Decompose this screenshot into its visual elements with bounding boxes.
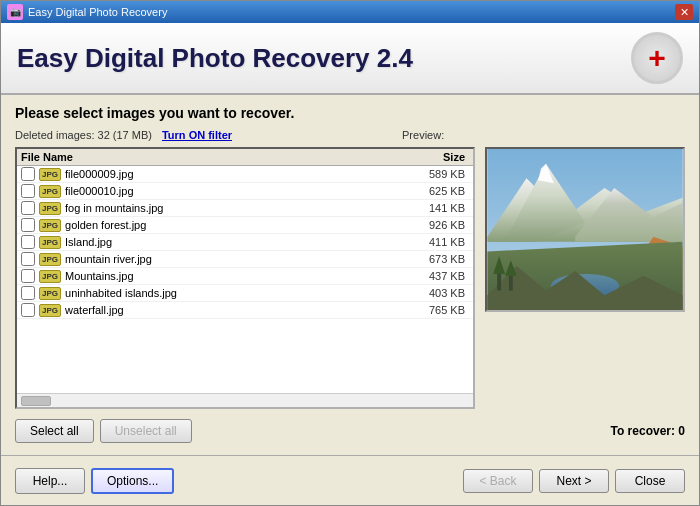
file-name: file000010.jpg xyxy=(65,185,404,197)
section-title: Please select images you want to recover… xyxy=(15,105,685,121)
file-checkbox[interactable] xyxy=(21,201,35,215)
file-type-badge: JPG xyxy=(39,168,61,181)
content-area: File Name Size JPG file000009.jpg 589 KB… xyxy=(15,147,685,409)
file-size: 403 KB xyxy=(404,287,469,299)
file-list-row[interactable]: JPG fog in mountains.jpg 141 KB xyxy=(17,200,473,217)
col-size-header: Size xyxy=(404,151,469,163)
file-name: waterfall.jpg xyxy=(65,304,404,316)
file-checkbox[interactable] xyxy=(21,286,35,300)
file-list-body[interactable]: JPG file000009.jpg 589 KB JPG file000010… xyxy=(17,166,473,393)
file-checkbox[interactable] xyxy=(21,252,35,266)
file-list-row[interactable]: JPG file000009.jpg 589 KB xyxy=(17,166,473,183)
file-list-row[interactable]: JPG golden forest.jpg 926 KB xyxy=(17,217,473,234)
file-list-row[interactable]: JPG mountain river.jpg 673 KB xyxy=(17,251,473,268)
next-button[interactable]: Next > xyxy=(539,469,609,493)
preview-image xyxy=(485,147,685,312)
file-checkbox[interactable] xyxy=(21,269,35,283)
unselect-all-button[interactable]: Unselect all xyxy=(100,419,192,443)
file-checkbox[interactable] xyxy=(21,303,35,317)
col-name-header: File Name xyxy=(21,151,404,163)
file-list-header: File Name Size xyxy=(17,149,473,166)
file-type-badge: JPG xyxy=(39,236,61,249)
file-type-badge: JPG xyxy=(39,287,61,300)
footer-left: Help... Options... xyxy=(15,468,174,494)
app-title: Easy Digital Photo Recovery 2.4 xyxy=(17,43,413,74)
recover-info: To recover: 0 xyxy=(611,424,685,438)
file-type-badge: JPG xyxy=(39,253,61,266)
help-button[interactable]: Help... xyxy=(15,468,85,494)
window-title: Easy Digital Photo Recovery xyxy=(28,6,167,18)
file-type-badge: JPG xyxy=(39,304,61,317)
footer: Help... Options... < Back Next > Close xyxy=(1,455,699,505)
buttons-row: Select all Unselect all To recover: 0 xyxy=(15,415,685,445)
close-button[interactable]: Close xyxy=(615,469,685,493)
file-name: uninhabited islands.jpg xyxy=(65,287,404,299)
info-row: Deleted images: 32 (17 MB) Turn ON filte… xyxy=(15,129,685,141)
close-window-button[interactable]: ✕ xyxy=(675,4,693,20)
file-list-container: File Name Size JPG file000009.jpg 589 KB… xyxy=(15,147,475,409)
app-icon: 📷 xyxy=(7,4,23,20)
preview-container xyxy=(485,147,685,409)
app-header: Easy Digital Photo Recovery 2.4 + xyxy=(1,23,699,95)
file-list-row[interactable]: JPG file000010.jpg 625 KB xyxy=(17,183,473,200)
app-logo: + xyxy=(631,32,683,84)
file-name: fog in mountains.jpg xyxy=(65,202,404,214)
deleted-info: Deleted images: 32 (17 MB) xyxy=(15,129,152,141)
horizontal-scrollbar[interactable] xyxy=(17,393,473,407)
options-button[interactable]: Options... xyxy=(91,468,174,494)
plus-icon: + xyxy=(648,43,666,73)
file-name: file000009.jpg xyxy=(65,168,404,180)
btn-group-left: Select all Unselect all xyxy=(15,419,192,443)
file-checkbox[interactable] xyxy=(21,184,35,198)
file-size: 765 KB xyxy=(404,304,469,316)
file-name: mountain river.jpg xyxy=(65,253,404,265)
file-checkbox[interactable] xyxy=(21,167,35,181)
file-type-badge: JPG xyxy=(39,185,61,198)
file-size: 625 KB xyxy=(404,185,469,197)
file-list-row[interactable]: JPG waterfall.jpg 765 KB xyxy=(17,302,473,319)
preview-label: Preview: xyxy=(402,129,444,141)
file-name: golden forest.jpg xyxy=(65,219,404,231)
file-type-badge: JPG xyxy=(39,270,61,283)
file-type-badge: JPG xyxy=(39,202,61,215)
file-type-badge: JPG xyxy=(39,219,61,232)
back-button[interactable]: < Back xyxy=(463,469,533,493)
file-size: 141 KB xyxy=(404,202,469,214)
main-content: Please select images you want to recover… xyxy=(1,95,699,455)
file-list-row[interactable]: JPG Island.jpg 411 KB xyxy=(17,234,473,251)
file-size: 411 KB xyxy=(404,236,469,248)
file-list-row[interactable]: JPG Mountains.jpg 437 KB xyxy=(17,268,473,285)
file-checkbox[interactable] xyxy=(21,235,35,249)
file-name: Island.jpg xyxy=(65,236,404,248)
main-window: 📷 Easy Digital Photo Recovery ✕ Easy Dig… xyxy=(0,0,700,506)
file-list-row[interactable]: JPG uninhabited islands.jpg 403 KB xyxy=(17,285,473,302)
title-bar: 📷 Easy Digital Photo Recovery ✕ xyxy=(1,1,699,23)
file-size: 437 KB xyxy=(404,270,469,282)
select-all-button[interactable]: Select all xyxy=(15,419,94,443)
footer-right: < Back Next > Close xyxy=(463,469,685,493)
filter-link[interactable]: Turn ON filter xyxy=(162,129,232,141)
file-size: 926 KB xyxy=(404,219,469,231)
file-size: 589 KB xyxy=(404,168,469,180)
file-checkbox[interactable] xyxy=(21,218,35,232)
preview-svg xyxy=(487,149,683,310)
file-size: 673 KB xyxy=(404,253,469,265)
svg-rect-12 xyxy=(509,274,513,291)
file-name: Mountains.jpg xyxy=(65,270,404,282)
title-bar-left: 📷 Easy Digital Photo Recovery xyxy=(7,4,167,20)
